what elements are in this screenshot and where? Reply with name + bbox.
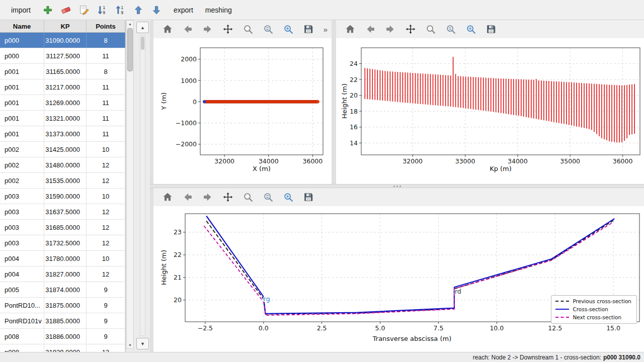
cell-name: p008 bbox=[0, 329, 44, 344]
customize-button[interactable] bbox=[280, 189, 296, 205]
subplots-button[interactable] bbox=[260, 189, 276, 205]
cell-name: p002 bbox=[0, 157, 44, 172]
edit-section-button[interactable] bbox=[76, 2, 92, 18]
panel-scroll-up-button[interactable]: ▲ bbox=[136, 22, 149, 33]
pan-button[interactable] bbox=[220, 21, 236, 37]
toolbar-overflow-button[interactable]: » bbox=[321, 25, 330, 34]
save-button[interactable] bbox=[483, 21, 499, 37]
table-row[interactable]: p00331732.500012 bbox=[0, 235, 125, 251]
column-header-points[interactable]: Points bbox=[87, 20, 125, 32]
forward-button[interactable] bbox=[382, 21, 398, 37]
table-row[interactable]: p00831886.00009 bbox=[0, 329, 125, 344]
zoom-button[interactable] bbox=[240, 21, 256, 37]
cell-points: 8 bbox=[87, 33, 125, 48]
table-row[interactable]: p00431827.000012 bbox=[0, 266, 125, 282]
cell-name: PontRD101v bbox=[0, 313, 44, 328]
menu-meshing[interactable]: meshing bbox=[199, 4, 238, 17]
cross-section-toolbar bbox=[153, 188, 644, 206]
menubar: import 1919 export meshing bbox=[0, 0, 644, 20]
scrollbar-thumb[interactable] bbox=[127, 28, 133, 71]
home-button[interactable] bbox=[342, 21, 358, 37]
cell-name: p002 bbox=[0, 142, 44, 157]
plan-chart[interactable]: 320003400036000−2000−1000010002000 bbox=[153, 38, 332, 184]
forward-button[interactable] bbox=[200, 189, 216, 205]
svg-text:24: 24 bbox=[350, 60, 358, 67]
back-button[interactable] bbox=[362, 21, 378, 37]
forward-icon bbox=[385, 24, 396, 35]
cell-points: 10 bbox=[87, 251, 125, 266]
table-header: Name KP Points bbox=[0, 20, 125, 33]
table-row[interactable]: p00031127.500011 bbox=[0, 48, 125, 64]
subplots-icon bbox=[263, 192, 274, 203]
customize-button[interactable] bbox=[463, 21, 479, 37]
zoom-button[interactable] bbox=[423, 21, 439, 37]
home-button[interactable] bbox=[159, 189, 176, 205]
table-row[interactable]: p00331685.000012 bbox=[0, 220, 125, 235]
table-row[interactable]: p00531874.00009 bbox=[0, 282, 125, 298]
cross-section-chart[interactable]: −2.50.02.55.07.510.012.515.020212223rgrd bbox=[153, 206, 644, 352]
panel-scrollbar-thumb[interactable] bbox=[141, 37, 144, 50]
horizontal-splitter[interactable] bbox=[150, 184, 644, 188]
legend-entry-previous: Previous cross-section bbox=[555, 298, 631, 304]
subplots-button[interactable] bbox=[260, 21, 276, 37]
forward-button[interactable] bbox=[200, 21, 216, 37]
cross-section-widget: −2.50.02.55.07.510.012.515.020212223rgrd… bbox=[153, 188, 644, 352]
table-scrollbar[interactable]: ▲ ▼ bbox=[126, 20, 134, 349]
subplots-button[interactable] bbox=[443, 21, 459, 37]
save-button[interactable] bbox=[300, 21, 316, 37]
table-row[interactable]: p00131321.000011 bbox=[0, 111, 125, 126]
scroll-up-icon[interactable]: ▲ bbox=[127, 21, 133, 27]
table-row[interactable]: p00131269.000011 bbox=[0, 95, 125, 111]
panel-scroll-down-button[interactable]: ▼ bbox=[136, 338, 149, 349]
svg-text:−2000: −2000 bbox=[176, 140, 197, 148]
table-row[interactable]: p00131217.000011 bbox=[0, 79, 125, 95]
back-button[interactable] bbox=[180, 21, 196, 37]
add-section-icon bbox=[42, 5, 53, 16]
pan-button[interactable] bbox=[403, 21, 419, 37]
panel-scrollbar-track[interactable] bbox=[140, 35, 145, 336]
table-row[interactable]: PontRD101v31885.00009 bbox=[0, 313, 125, 329]
svg-text:0: 0 bbox=[193, 98, 197, 106]
annotation-rd: rd bbox=[455, 288, 461, 295]
cell-points: 12 bbox=[87, 266, 125, 282]
cell-points: 11 bbox=[87, 111, 125, 126]
remove-section-icon bbox=[60, 5, 71, 16]
home-button[interactable] bbox=[159, 21, 176, 37]
home-icon bbox=[345, 24, 356, 35]
table-row[interactable]: p00331590.000010 bbox=[0, 189, 125, 204]
profile-chart[interactable]: 3200033000340003500036000141618202224 bbox=[336, 38, 644, 184]
long-profile-widget: 3200033000340003500036000141618202224 Kp… bbox=[336, 20, 644, 184]
cell-name: p000 bbox=[0, 33, 44, 48]
svg-text:22: 22 bbox=[350, 76, 358, 83]
pan-button[interactable] bbox=[220, 189, 236, 205]
table-row[interactable]: p00231480.000012 bbox=[0, 157, 125, 173]
menu-export[interactable]: export bbox=[168, 4, 199, 17]
table-row[interactable]: p00131165.00008 bbox=[0, 64, 125, 79]
table-row[interactable]: p00231535.000012 bbox=[0, 173, 125, 189]
customize-button[interactable] bbox=[280, 21, 296, 37]
scroll-down-icon[interactable]: ▼ bbox=[127, 342, 133, 348]
sort-ascending-button[interactable]: 19 bbox=[112, 2, 128, 18]
next-line-swatch bbox=[555, 317, 569, 318]
table-row[interactable]: p00431780.000010 bbox=[0, 251, 125, 266]
table-row[interactable]: p00331637.500012 bbox=[0, 204, 125, 220]
table-row[interactable]: PontRD10...31875.00009 bbox=[0, 298, 125, 313]
scrollbar-track[interactable] bbox=[127, 27, 133, 342]
table-row[interactable]: p00031090.00008 bbox=[0, 33, 125, 48]
back-button[interactable] bbox=[180, 189, 196, 205]
column-header-name[interactable]: Name bbox=[0, 20, 44, 32]
menu-import[interactable]: import bbox=[5, 4, 37, 17]
zoom-button[interactable] bbox=[240, 189, 256, 205]
column-header-kp[interactable]: KP bbox=[44, 20, 87, 32]
move-down-button[interactable] bbox=[148, 2, 165, 18]
save-button[interactable] bbox=[300, 189, 316, 205]
svg-text:34000: 34000 bbox=[508, 157, 528, 165]
remove-section-button[interactable] bbox=[58, 2, 74, 18]
splitter-handle[interactable] bbox=[150, 186, 644, 187]
table-row[interactable]: p00131373.000011 bbox=[0, 126, 125, 142]
cell-points: 10 bbox=[87, 189, 125, 204]
add-section-button[interactable] bbox=[40, 2, 56, 18]
table-row[interactable]: p00231425.000010 bbox=[0, 142, 125, 157]
move-up-button[interactable] bbox=[130, 2, 146, 18]
sort-descending-button[interactable]: 19 bbox=[94, 2, 110, 18]
